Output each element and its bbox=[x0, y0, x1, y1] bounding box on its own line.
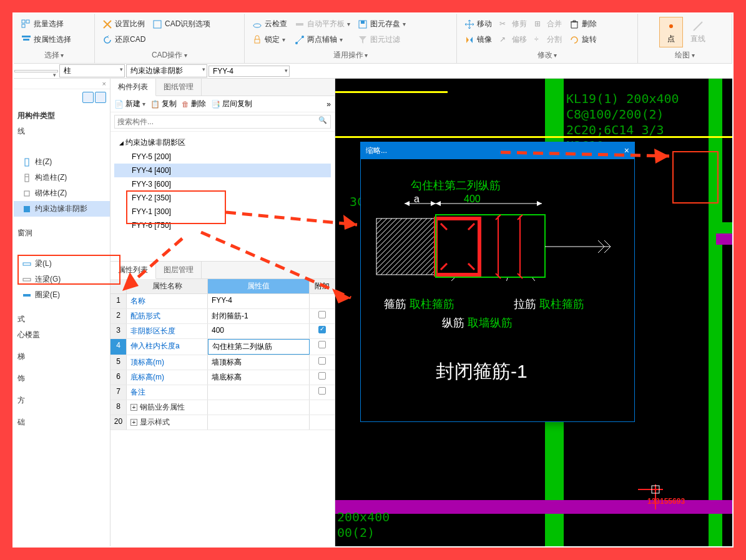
tree-item-fyy4[interactable]: FYY-4 [400] bbox=[114, 164, 331, 177]
prop-row-value[interactable] bbox=[208, 385, 310, 400]
set-scale-button[interactable]: 设置比例 bbox=[100, 17, 147, 31]
floor-copy-button[interactable]: 📑层间复制 bbox=[211, 99, 252, 109]
tree-item-fyy5[interactable]: FYY-5 [200] bbox=[114, 150, 331, 164]
more-1[interactable]: 式 bbox=[14, 312, 110, 327]
more-5[interactable]: 方 bbox=[14, 393, 110, 408]
prop-row-value[interactable]: 勾住柱第二列纵筋 bbox=[208, 339, 310, 355]
tree-item-fyy3[interactable]: FYY-3 [600] bbox=[114, 177, 331, 191]
restore-cad-label: 还原CAD bbox=[115, 34, 145, 45]
prop-row-value[interactable]: 400 bbox=[208, 324, 310, 338]
cad-group-title[interactable]: CAD操作 bbox=[100, 49, 239, 62]
component-save-button[interactable]: 图元存盘 bbox=[355, 17, 408, 31]
property-row[interactable]: 20+显示样式 bbox=[110, 415, 335, 430]
checkbox-icon[interactable] bbox=[318, 357, 326, 365]
breadcrumb-level4[interactable]: FYY-4 bbox=[209, 66, 290, 77]
new-component-button[interactable]: 📄新建 bbox=[114, 99, 145, 109]
sidebar-item-constraint-edge[interactable]: 约束边缘非阴影 bbox=[14, 201, 110, 217]
checkbox-icon[interactable] bbox=[318, 311, 326, 318]
prop-row-extra[interactable] bbox=[310, 400, 335, 415]
prop-row-extra[interactable] bbox=[310, 309, 335, 323]
prop-row-extra[interactable] bbox=[310, 339, 335, 355]
prop-row-value[interactable]: FYY-4 bbox=[208, 294, 310, 308]
sidebar-item-column[interactable]: 柱(Z) bbox=[14, 154, 110, 170]
checkbox-icon[interactable] bbox=[318, 387, 326, 395]
checkbox-icon[interactable] bbox=[318, 326, 326, 333]
prop-row-value[interactable]: 墙顶标高 bbox=[208, 355, 310, 370]
copy-component-button[interactable]: 📋复制 bbox=[150, 99, 177, 109]
prop-row-extra[interactable] bbox=[310, 385, 335, 400]
tree-item-fyy1[interactable]: FYY-1 [300] bbox=[114, 205, 331, 219]
more-4[interactable]: 饰 bbox=[14, 371, 110, 386]
dimension-a: a bbox=[414, 194, 420, 205]
property-row[interactable]: 3非阴影区长度400 bbox=[110, 324, 335, 339]
prop-row-value[interactable] bbox=[208, 400, 310, 415]
cloud-check-button[interactable]: 云检查 bbox=[250, 17, 290, 31]
tree-item-fyy2[interactable]: FYY-2 [350] bbox=[114, 191, 331, 205]
tab-property-list[interactable]: 属性列表 bbox=[110, 262, 156, 279]
close-icon[interactable]: × bbox=[624, 145, 629, 156]
breadcrumb-level1[interactable] bbox=[14, 70, 58, 72]
draw-group-title[interactable]: 绘图 bbox=[643, 49, 727, 62]
tab-component-list[interactable]: 构件列表 bbox=[110, 79, 156, 96]
property-row[interactable]: 4伸入柱内长度a勾住柱第二列纵筋 bbox=[110, 339, 335, 355]
more-6[interactable]: 础 bbox=[14, 415, 110, 430]
prop-row-extra[interactable] bbox=[310, 294, 335, 308]
tree-item-fyy6[interactable]: FYY-6 [750] bbox=[114, 219, 331, 232]
prop-row-value[interactable]: 墙底标高 bbox=[208, 370, 310, 385]
prop-row-extra[interactable] bbox=[310, 415, 335, 430]
sidebar-item-link-beam[interactable]: 连梁(G) bbox=[14, 272, 110, 287]
cad-recognize-button[interactable]: CAD识别选项 bbox=[150, 17, 213, 31]
more-2[interactable]: 心楼盖 bbox=[14, 327, 110, 343]
search-input[interactable] bbox=[114, 115, 331, 129]
checkbox-icon[interactable] bbox=[318, 341, 326, 348]
sidebar-close-icon[interactable]: × bbox=[14, 79, 110, 89]
prop-row-value[interactable]: 封闭箍筋-1 bbox=[208, 309, 310, 323]
mirror-button[interactable]: 镜像 bbox=[462, 32, 494, 47]
delete-button[interactable]: 删除 bbox=[567, 17, 599, 31]
tab-drawing-manage[interactable]: 图纸管理 bbox=[156, 79, 202, 96]
breadcrumb-level2[interactable]: 柱 bbox=[59, 64, 125, 77]
svg-rect-23 bbox=[23, 278, 31, 281]
common-group-title[interactable]: 通用操作 bbox=[250, 49, 451, 62]
tree-root-node[interactable]: 约束边缘非阴影区 bbox=[114, 135, 331, 150]
lock-button[interactable]: 锁定 bbox=[250, 32, 290, 47]
two-point-button[interactable]: 两点辅轴 bbox=[292, 32, 353, 47]
property-row[interactable]: 5顶标高(m)墙顶标高 bbox=[110, 355, 335, 370]
delete-component-button[interactable]: 🗑删除 bbox=[182, 99, 206, 109]
move-button[interactable]: 移动 bbox=[462, 17, 494, 31]
more-3[interactable]: 梯 bbox=[14, 349, 110, 365]
more-toolbar-icon[interactable]: » bbox=[326, 100, 331, 109]
restore-cad-button[interactable]: 还原CAD bbox=[100, 32, 213, 47]
tab-layer-manage[interactable]: 图层管理 bbox=[156, 262, 202, 278]
batch-select-button[interactable]: 批量选择 bbox=[19, 17, 74, 31]
expand-icon[interactable]: + bbox=[130, 404, 137, 411]
property-row[interactable]: 7备注 bbox=[110, 385, 335, 400]
prop-row-extra[interactable] bbox=[310, 370, 335, 385]
prop-row-extra[interactable] bbox=[310, 355, 335, 370]
dialog-titlebar[interactable]: 缩略... × bbox=[361, 142, 634, 159]
prop-row-extra[interactable] bbox=[310, 324, 335, 338]
property-row[interactable]: 8+钢筋业务属性 bbox=[110, 400, 335, 415]
checkbox-icon[interactable] bbox=[318, 372, 326, 380]
line-tool-button[interactable]: 直线 bbox=[685, 17, 710, 47]
property-row[interactable]: 1名称FYY-4 bbox=[110, 294, 335, 309]
by-attr-select-button[interactable]: 按属性选择 bbox=[19, 32, 74, 47]
rotate-button[interactable]: 旋转 bbox=[567, 32, 599, 47]
prop-row-name: 备注 bbox=[127, 385, 208, 400]
point-tool-button[interactable]: 点 bbox=[659, 17, 683, 47]
modify-group-title[interactable]: 修改 bbox=[462, 49, 632, 62]
prop-row-value[interactable] bbox=[208, 415, 310, 430]
select-group-title[interactable]: 选择 bbox=[19, 49, 89, 62]
sidebar-item-ring-beam[interactable]: 圈梁(E) bbox=[14, 287, 110, 303]
sidebar-item-beam[interactable]: 梁(L) bbox=[14, 256, 110, 272]
property-row[interactable]: 2配筋形式封闭箍筋-1 bbox=[110, 309, 335, 324]
property-row[interactable]: 6底标高(m)墙底标高 bbox=[110, 370, 335, 385]
component-save-label: 图元存盘 bbox=[370, 19, 400, 29]
prop-row-name: +显示样式 bbox=[127, 415, 208, 430]
sidebar-item-construct-column[interactable]: 构造柱(Z) bbox=[14, 170, 110, 185]
view-toggle-icons[interactable] bbox=[14, 89, 110, 108]
svg-rect-7 bbox=[255, 39, 260, 43]
sidebar-item-masonry-column[interactable]: 砌体柱(Z) bbox=[14, 185, 110, 201]
breadcrumb-level3[interactable]: 约束边缘非阴影 bbox=[126, 64, 207, 77]
expand-icon[interactable]: + bbox=[130, 419, 137, 426]
